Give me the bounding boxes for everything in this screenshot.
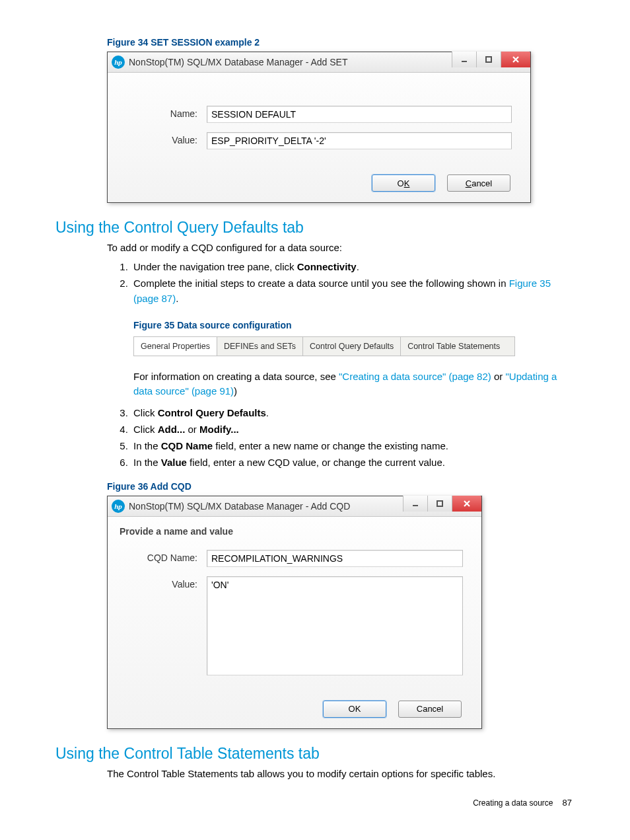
figure35-caption: Figure 35 Data source configuration <box>133 319 575 333</box>
tab-general[interactable]: General Properties <box>134 337 217 356</box>
step-1: Under the navigation tree pane, click Co… <box>131 259 575 274</box>
tabs-figure: General Properties DEFINEs and SETs Cont… <box>133 336 515 356</box>
titlebar: hp NonStop(TM) SQL/MX Database Manager -… <box>108 496 481 517</box>
hp-logo-icon: hp <box>112 56 125 69</box>
close-icon[interactable] <box>501 52 530 67</box>
section-heading-cqd: Using the Control Query Defaults tab <box>55 219 575 237</box>
svg-rect-1 <box>486 57 491 62</box>
maximize-icon[interactable] <box>427 496 452 512</box>
page-number: 87 <box>563 798 572 808</box>
cancel-button[interactable]: Cancel <box>447 174 510 192</box>
step-4: Click Add... or Modify... <box>131 422 575 437</box>
minimize-icon[interactable] <box>452 52 476 67</box>
figure36-dialog: hp NonStop(TM) SQL/MX Database Manager -… <box>107 496 482 729</box>
step-2: Complete the initial steps to create a d… <box>131 276 575 399</box>
ok-button[interactable]: OK <box>323 701 386 718</box>
value-label: Value: <box>126 132 207 145</box>
titlebar: hp NonStop(TM) SQL/MX Database Manager -… <box>108 52 530 73</box>
figure36-caption: Figure 36 Add CQD <box>107 481 575 492</box>
dialog-instruction: Provide a name and value <box>108 517 481 541</box>
tab-defines[interactable]: DEFINEs and SETs <box>217 337 303 356</box>
close-icon[interactable] <box>452 496 481 512</box>
step-6: In the Value field, enter a new CQD valu… <box>131 455 575 470</box>
tab-cts[interactable]: Control Table Statements <box>401 337 507 356</box>
tab-cqd[interactable]: Control Query Defaults <box>303 337 401 356</box>
creating-link[interactable]: "Creating a data source" (page 82) <box>339 371 491 382</box>
after-tabs-text: For information on creating a data sourc… <box>133 369 575 399</box>
window-title: NonStop(TM) SQL/MX Database Manager - Ad… <box>129 57 347 67</box>
window-title: NonStop(TM) SQL/MX Database Manager - Ad… <box>129 501 350 512</box>
page-footer: Creating a data source 87 <box>55 798 575 808</box>
value-field[interactable] <box>207 132 512 149</box>
figure34-caption: Figure 34 SET SESSION example 2 <box>107 37 575 48</box>
value-label: Value: <box>126 576 207 590</box>
maximize-icon[interactable] <box>476 52 501 67</box>
section-heading-cts: Using the Control Table Statements tab <box>55 745 575 763</box>
minimize-icon[interactable] <box>403 496 427 512</box>
cqd-name-label: CQD Name: <box>126 550 207 563</box>
name-label: Name: <box>126 106 207 119</box>
hp-logo-icon: hp <box>112 500 125 513</box>
step-5: In the CQD Name field, enter a new name … <box>131 438 575 453</box>
footer-text: Creating a data source <box>473 798 553 808</box>
name-field[interactable] <box>207 106 512 123</box>
intro-text: To add or modify a CQD configured for a … <box>107 241 575 255</box>
figure34-dialog: hp NonStop(TM) SQL/MX Database Manager -… <box>107 52 531 203</box>
cqd-name-field[interactable] <box>207 550 463 567</box>
ok-button[interactable]: OK <box>372 174 435 192</box>
svg-rect-3 <box>437 501 442 506</box>
cts-body: The Control Table Statements tab allows … <box>107 767 575 781</box>
step-3: Click Control Query Defaults. <box>131 405 575 420</box>
value-field[interactable]: 'ON' <box>207 576 463 675</box>
cancel-button[interactable]: Cancel <box>398 701 462 718</box>
